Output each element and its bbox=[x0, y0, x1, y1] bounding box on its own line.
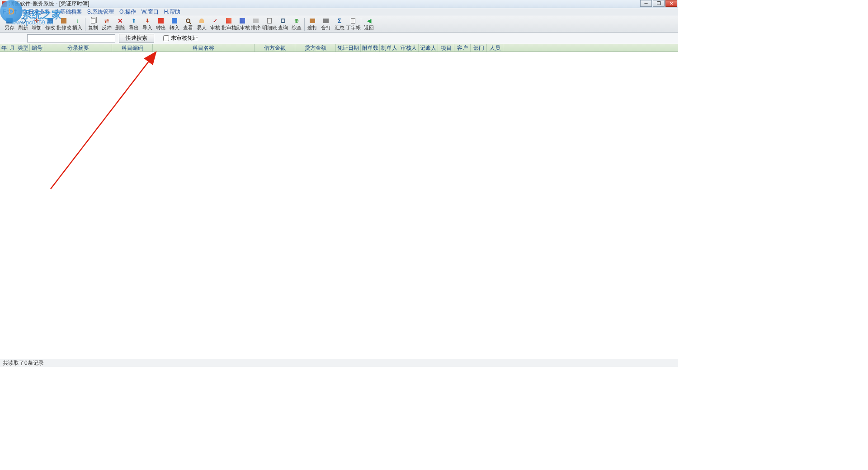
tool-export[interactable]: ⬆导出 bbox=[127, 17, 141, 32]
col-number[interactable]: 编号 bbox=[30, 44, 44, 52]
tool-batchedit[interactable]: 批修改 bbox=[57, 17, 71, 32]
menu-operate[interactable]: O.操作 bbox=[118, 8, 137, 16]
search-button[interactable]: 快速搜索 bbox=[119, 34, 154, 43]
export-icon: ⬆ bbox=[130, 18, 137, 24]
audit-icon: ✓ bbox=[212, 18, 219, 24]
tool-taccount[interactable]: 丁字帐 bbox=[346, 17, 360, 32]
col-maker[interactable]: 制单人 bbox=[380, 44, 399, 52]
tool-batchaudit[interactable]: 批审核 bbox=[222, 17, 236, 32]
link-icon bbox=[309, 18, 316, 24]
unaudit-icon bbox=[239, 18, 246, 24]
col-code[interactable]: 科目编码 bbox=[112, 44, 153, 52]
tool-audit[interactable]: ✓审核 bbox=[208, 17, 222, 32]
col-attach[interactable]: 附单数 bbox=[361, 44, 380, 52]
col-credit[interactable]: 贷方金额 bbox=[295, 44, 336, 52]
tool-check[interactable]: ⊕综查 bbox=[290, 17, 303, 32]
menu-daily[interactable]: D.日常业务 bbox=[22, 8, 51, 16]
tool-edit[interactable]: 修改 bbox=[43, 17, 57, 32]
sum-icon: Σ bbox=[336, 18, 343, 24]
tool-transferin[interactable]: 转入 bbox=[168, 17, 181, 32]
tool-back[interactable]: ◀返回 bbox=[362, 17, 376, 32]
tool-save[interactable]: 另存 bbox=[3, 17, 16, 32]
tool-copy[interactable]: 复制 bbox=[86, 17, 100, 32]
col-project[interactable]: 项目 bbox=[438, 44, 454, 52]
batchaudit-icon bbox=[225, 18, 232, 24]
delete-icon: ✕ bbox=[117, 18, 124, 24]
tool-sort[interactable]: 排序 bbox=[249, 17, 263, 32]
col-year[interactable]: 年 bbox=[0, 44, 8, 52]
col-auditor[interactable]: 审核人 bbox=[399, 44, 419, 52]
tool-reverse[interactable]: ⇄反冲 bbox=[100, 17, 113, 32]
tool-insert[interactable]: ↓插入 bbox=[71, 17, 84, 32]
tool-sum[interactable]: Σ汇总 bbox=[333, 17, 346, 32]
transferin-icon bbox=[171, 18, 178, 24]
reverse-icon: ⇄ bbox=[103, 18, 110, 24]
tool-delete[interactable]: ✕删除 bbox=[113, 17, 127, 32]
window-controls: ─ ❐ ✕ bbox=[640, 0, 677, 7]
col-name[interactable]: 科目名称 bbox=[153, 44, 255, 52]
separator bbox=[85, 18, 85, 31]
ledger-icon bbox=[266, 18, 273, 24]
tool-transferout[interactable]: 转出 bbox=[154, 17, 168, 32]
add-icon: ✚ bbox=[33, 18, 40, 24]
tool-refresh[interactable]: 刷新 bbox=[16, 17, 30, 32]
menu-help[interactable]: H.帮助 bbox=[163, 8, 181, 16]
check-icon: ⊕ bbox=[293, 18, 300, 24]
app-icon bbox=[2, 1, 7, 7]
status-text: 共读取了0条记录 bbox=[3, 359, 44, 367]
col-person[interactable]: 人员 bbox=[487, 44, 503, 52]
batchedit-icon bbox=[60, 18, 67, 24]
unaudited-checkbox-wrap[interactable]: 未审核凭证 bbox=[163, 34, 198, 42]
searchbar: 快速搜索 未审核凭证 bbox=[0, 33, 678, 44]
menubar: F.文件 D.日常业务 J.基础档案 S.系统管理 O.操作 W.窗口 H.帮助 bbox=[0, 8, 678, 16]
tool-unaudit[interactable]: 反审核 bbox=[236, 17, 249, 32]
person-icon bbox=[198, 18, 205, 24]
window-title: 润衡软件-账务系统 - [凭证序时簿] bbox=[9, 0, 89, 8]
menu-basic[interactable]: J.基础档案 bbox=[55, 8, 82, 16]
tool-merge[interactable]: 合打 bbox=[319, 17, 333, 32]
edit-icon bbox=[47, 18, 54, 24]
query-icon bbox=[279, 18, 287, 24]
import-icon: ⬇ bbox=[144, 18, 151, 24]
col-debit[interactable]: 借方金额 bbox=[255, 44, 295, 52]
close-button[interactable]: ✕ bbox=[665, 0, 677, 7]
save-icon bbox=[6, 18, 13, 24]
unaudited-checkbox[interactable] bbox=[163, 35, 169, 41]
unaudited-label: 未审核凭证 bbox=[171, 34, 198, 42]
back-icon: ◀ bbox=[365, 18, 373, 24]
sort-icon bbox=[252, 18, 259, 24]
col-dept[interactable]: 部门 bbox=[471, 44, 487, 52]
col-month[interactable]: 月 bbox=[8, 44, 16, 52]
data-grid[interactable] bbox=[0, 52, 678, 359]
separator bbox=[361, 18, 361, 31]
separator bbox=[304, 18, 305, 31]
col-summary[interactable]: 分录摘要 bbox=[44, 44, 112, 52]
transferout-icon bbox=[157, 18, 165, 24]
copy-icon bbox=[90, 18, 97, 24]
search-input[interactable] bbox=[27, 34, 115, 42]
merge-icon bbox=[322, 18, 330, 24]
insert-icon: ↓ bbox=[74, 18, 81, 24]
menu-window[interactable]: W.窗口 bbox=[141, 8, 160, 16]
menu-system[interactable]: S.系统管理 bbox=[86, 8, 115, 16]
col-date[interactable]: 凭证日期 bbox=[336, 44, 361, 52]
refresh-icon bbox=[19, 18, 27, 24]
col-type[interactable]: 类型 bbox=[16, 44, 30, 52]
toolbar: 另存 刷新 ✚增加 修改 批修改 ↓插入 复制 ⇄反冲 ✕删除 ⬆导出 ⬇导入 … bbox=[0, 16, 678, 33]
titlebar: 润衡软件-账务系统 - [凭证序时簿] ─ ❐ ✕ bbox=[0, 0, 678, 8]
statusbar: 共读取了0条记录 bbox=[0, 359, 678, 367]
menu-file[interactable]: F.文件 bbox=[2, 8, 19, 16]
col-customer[interactable]: 客户 bbox=[454, 44, 471, 52]
tool-add[interactable]: ✚增加 bbox=[30, 17, 43, 32]
tool-import[interactable]: ⬇导入 bbox=[141, 17, 154, 32]
tool-query[interactable]: 查询 bbox=[276, 17, 290, 32]
tool-link[interactable]: 连打 bbox=[306, 17, 319, 32]
tool-view[interactable]: 查看 bbox=[181, 17, 195, 32]
tool-person[interactable]: 易人 bbox=[195, 17, 208, 32]
tool-ledger[interactable]: 明细账 bbox=[263, 17, 276, 32]
taccount-icon bbox=[349, 18, 357, 24]
minimize-button[interactable]: ─ bbox=[640, 0, 652, 7]
table-header: 年 月 类型 编号 分录摘要 科目编码 科目名称 借方金额 贷方金额 凭证日期 … bbox=[0, 44, 678, 52]
maximize-button[interactable]: ❐ bbox=[653, 0, 665, 7]
col-poster[interactable]: 记账人 bbox=[419, 44, 438, 52]
